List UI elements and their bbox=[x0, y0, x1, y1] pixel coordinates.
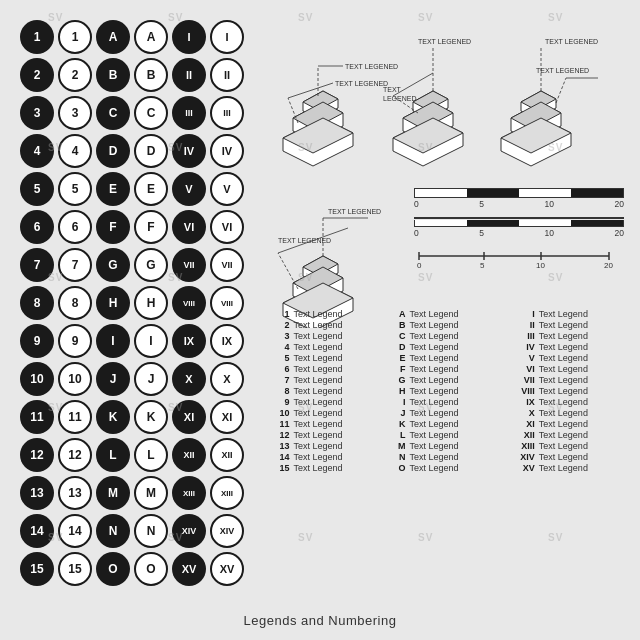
circle-item-6-12: XII bbox=[210, 438, 244, 472]
legend-roman-label: Text Legend bbox=[537, 429, 626, 440]
scale-label: 20 bbox=[615, 199, 624, 209]
legend-alpha-num: J bbox=[384, 407, 408, 418]
legend-alpha-num: C bbox=[384, 330, 408, 341]
legend-alpha-num: B bbox=[384, 319, 408, 330]
legend-roman-num: VIII bbox=[500, 385, 537, 396]
scale-label: 10 bbox=[545, 199, 554, 209]
circle-item-4-9: I bbox=[134, 324, 168, 358]
circle-item-1-10: 10 bbox=[20, 362, 54, 396]
legend-alpha-label: Text Legend bbox=[407, 385, 499, 396]
circle-item-5-7: VII bbox=[172, 248, 206, 282]
legend-alpha-label: Text Legend bbox=[407, 341, 499, 352]
scales-panel: 0 5 10 20 0 5 10 20 bbox=[414, 188, 624, 276]
circle-item-6-2: II bbox=[210, 58, 244, 92]
svg-line-44 bbox=[278, 253, 298, 289]
circle-item-4-4: D bbox=[134, 134, 168, 168]
circle-item-4-8: H bbox=[134, 286, 168, 320]
scale-seg bbox=[467, 189, 519, 197]
circle-item-4-12: L bbox=[134, 438, 168, 472]
legend-alpha-num: K bbox=[384, 418, 408, 429]
legend-alpha-num: O bbox=[384, 462, 408, 473]
circle-item-1-7: 7 bbox=[20, 248, 54, 282]
circle-item-5-9: IX bbox=[172, 324, 206, 358]
legend-roman-num: X bbox=[500, 407, 537, 418]
scale-label: 5 bbox=[479, 228, 484, 238]
circle-item-6-1: I bbox=[210, 20, 244, 54]
circle-item-2-15: 15 bbox=[58, 552, 92, 586]
circle-item-6-5: V bbox=[210, 172, 244, 206]
legend-label: Text Legend bbox=[292, 363, 384, 374]
legend-alpha-num: A bbox=[384, 308, 408, 319]
legend-alpha-label: Text Legend bbox=[407, 363, 499, 374]
legend-roman-label: Text Legend bbox=[537, 440, 626, 451]
legend-num: 2 bbox=[268, 319, 292, 330]
legend-alpha-label: Text Legend bbox=[407, 462, 499, 473]
circle-item-5-4: IV bbox=[172, 134, 206, 168]
circle-item-5-13: XIII bbox=[172, 476, 206, 510]
scale-line-top bbox=[414, 217, 624, 219]
circle-column-1: 123456789101112131415 bbox=[20, 20, 54, 586]
scale-seg bbox=[467, 220, 519, 227]
circle-column-5: IIIIIIIVVVIVIIVIIIIXXXIXIIXIIIXIVXV bbox=[172, 20, 206, 586]
circle-item-4-3: C bbox=[134, 96, 168, 130]
circle-item-2-11: 11 bbox=[58, 400, 92, 434]
circle-column-2: 123456789101112131415 bbox=[58, 20, 92, 586]
table-row: 1Text LegendAText LegendIText Legend bbox=[268, 308, 626, 319]
legend-label: Text Legend bbox=[292, 341, 384, 352]
circle-item-2-7: 7 bbox=[58, 248, 92, 282]
circle-item-4-7: G bbox=[134, 248, 168, 282]
circle-item-5-12: XII bbox=[172, 438, 206, 472]
svg-text:5: 5 bbox=[480, 261, 485, 268]
circle-item-6-11: XI bbox=[210, 400, 244, 434]
scale-svg: 0 5 10 20 bbox=[414, 246, 614, 268]
legend-roman-label: Text Legend bbox=[537, 308, 626, 319]
circle-item-6-13: XIII bbox=[210, 476, 244, 510]
legend-num: 15 bbox=[268, 462, 292, 473]
circle-item-6-9: IX bbox=[210, 324, 244, 358]
scale-seg bbox=[519, 220, 571, 227]
legend-table: 1Text LegendAText LegendIText Legend2Tex… bbox=[268, 308, 626, 473]
circle-item-1-3: 3 bbox=[20, 96, 54, 130]
legend-num: 5 bbox=[268, 352, 292, 363]
circle-column-6: IIIIIIIVVVIVIIVIIIIXXXIXIIXIIIXIVXV bbox=[210, 20, 244, 586]
table-row: 8Text LegendHText LegendVIIIText Legend bbox=[268, 385, 626, 396]
legend-roman-label: Text Legend bbox=[537, 363, 626, 374]
circle-item-6-3: III bbox=[210, 96, 244, 130]
legend-roman-num: IX bbox=[500, 396, 537, 407]
legend-alpha-num: G bbox=[384, 374, 408, 385]
circle-item-3-13: M bbox=[96, 476, 130, 510]
circle-item-3-14: N bbox=[96, 514, 130, 548]
legend-roman-label: Text Legend bbox=[537, 462, 626, 473]
scale-label: 5 bbox=[479, 199, 484, 209]
scale-labels-2: 0 5 10 20 bbox=[414, 228, 624, 238]
legend-roman-num: XV bbox=[500, 462, 537, 473]
circle-item-3-7: G bbox=[96, 248, 130, 282]
circle-column-3: ABCDEFGHIJKLMNO bbox=[96, 20, 130, 586]
circle-item-2-12: 12 bbox=[58, 438, 92, 472]
legend-num: 7 bbox=[268, 374, 292, 385]
scale-seg bbox=[571, 189, 623, 197]
circle-item-4-13: M bbox=[134, 476, 168, 510]
legend-num: 6 bbox=[268, 363, 292, 374]
table-row: 9Text LegendIText LegendIXText Legend bbox=[268, 396, 626, 407]
legend-alpha-num: I bbox=[384, 396, 408, 407]
circle-item-3-6: F bbox=[96, 210, 130, 244]
circle-item-4-2: B bbox=[134, 58, 168, 92]
circle-item-1-1: 1 bbox=[20, 20, 54, 54]
legend-roman-label: Text Legend bbox=[537, 451, 626, 462]
circle-item-3-8: H bbox=[96, 286, 130, 320]
legend-alpha-num: L bbox=[384, 429, 408, 440]
legend-alpha-label: Text Legend bbox=[407, 451, 499, 462]
circle-item-1-11: 11 bbox=[20, 400, 54, 434]
circle-item-1-2: 2 bbox=[20, 58, 54, 92]
svg-text:0: 0 bbox=[417, 261, 422, 268]
table-row: 6Text LegendFText LegendVIText Legend bbox=[268, 363, 626, 374]
legend-num: 4 bbox=[268, 341, 292, 352]
svg-text:20: 20 bbox=[604, 261, 613, 268]
legend-alpha-label: Text Legend bbox=[407, 319, 499, 330]
table-row: 4Text LegendDText LegendIVText Legend bbox=[268, 341, 626, 352]
legend-roman-label: Text Legend bbox=[537, 330, 626, 341]
legend-alpha-num: N bbox=[384, 451, 408, 462]
legend-roman-num: V bbox=[500, 352, 537, 363]
legend-roman-label: Text Legend bbox=[537, 396, 626, 407]
